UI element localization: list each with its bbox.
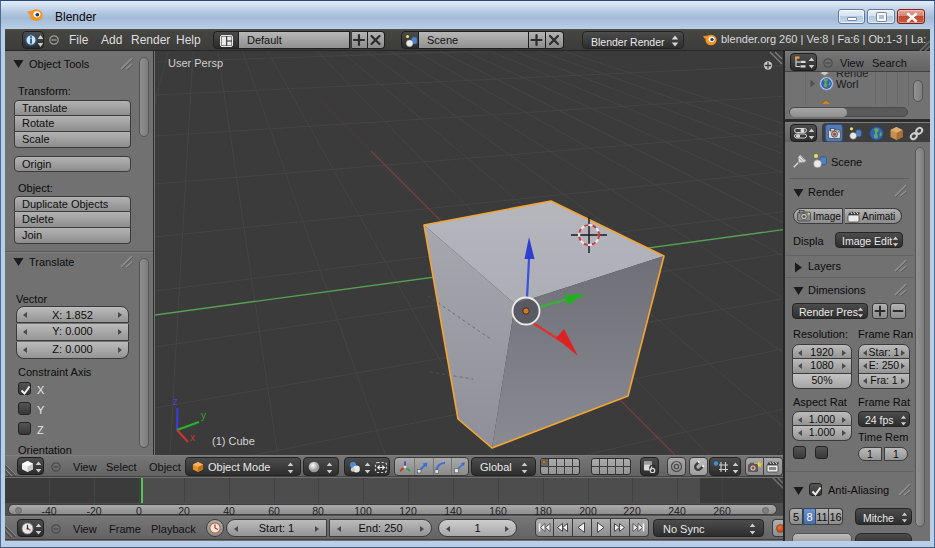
svg-text:x: x xyxy=(190,432,195,443)
svg-text:z: z xyxy=(173,396,178,407)
svg-text:y: y xyxy=(201,410,206,421)
